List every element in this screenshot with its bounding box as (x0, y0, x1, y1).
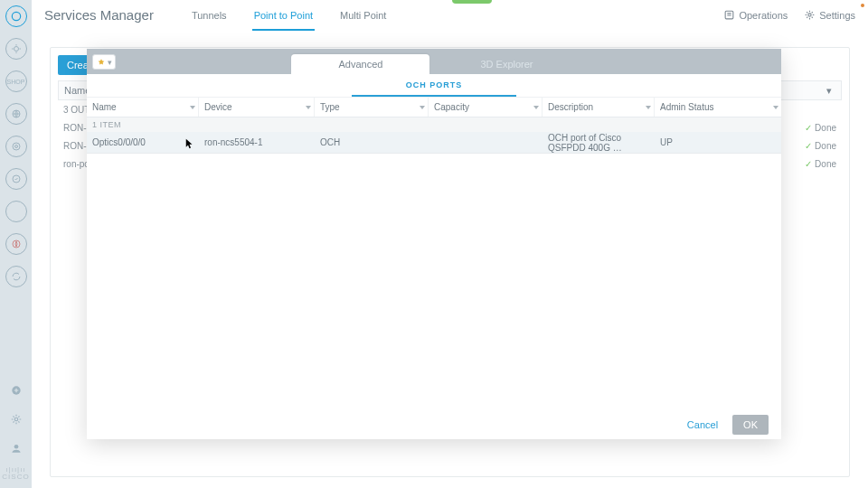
rail-icon-check[interactable] (5, 168, 27, 190)
cell-capacity (429, 132, 542, 153)
app-header: Services Manager Tunnels Point to Point … (32, 0, 868, 31)
grid-header: Name Device Type Capacity Description Ad… (87, 98, 781, 117)
dialog-footer: Cancel OK (87, 408, 781, 439)
svg-point-0 (12, 12, 20, 20)
cell-admin: UP (655, 132, 781, 153)
rail-icon-home[interactable] (5, 5, 27, 27)
svg-point-3 (13, 143, 20, 150)
cell-type: OCH (315, 132, 429, 153)
rail-icon-topology[interactable] (5, 38, 27, 60)
sort-icon (773, 106, 778, 109)
cursor-icon (185, 138, 193, 151)
svg-point-11 (808, 14, 811, 16)
sort-icon (533, 106, 539, 109)
header-tabs: Tunnels Point to Point Multi Point (190, 1, 389, 30)
sort-icon (306, 106, 311, 109)
cell-device: ron-ncs5504-1 (199, 132, 315, 153)
dialog-tab-3d-explorer[interactable]: 3D Explorer (433, 54, 580, 74)
ok-button[interactable]: OK (732, 415, 769, 435)
port-picker-dialog: ▾ Advanced 3D Explorer OCH PORTS Name De… (87, 49, 781, 439)
dialog-tab-bar: ▾ Advanced 3D Explorer (87, 49, 781, 74)
rail-icon-compass[interactable] (5, 233, 27, 255)
col-header-name[interactable]: Name (87, 98, 199, 117)
svg-point-4 (14, 145, 17, 148)
svg-point-8 (14, 418, 18, 421)
subtab-och-ports[interactable]: OCH PORTS (352, 80, 517, 97)
dialog-tab-advanced[interactable]: Advanced (291, 54, 429, 74)
svg-point-9 (14, 445, 18, 449)
rail-icon-gear[interactable] (5, 408, 27, 430)
sort-icon (190, 106, 195, 109)
operations-label: Operations (739, 10, 788, 21)
col-header-description[interactable]: Description (542, 98, 655, 117)
chevron-down-icon: ▾ (108, 58, 112, 67)
cancel-button[interactable]: Cancel (682, 416, 723, 434)
operations-link[interactable]: Operations (723, 9, 788, 21)
favorites-chip[interactable]: ▾ (92, 54, 116, 70)
sort-icon (420, 106, 425, 109)
sort-icon (646, 106, 651, 109)
settings-label: Settings (819, 10, 855, 21)
rail-icon-blank[interactable] (5, 201, 27, 222)
tab-point-to-point[interactable]: Point to Point (252, 1, 315, 31)
col-header-type[interactable]: Type (315, 98, 429, 117)
rail-icon-globe[interactable] (5, 103, 27, 125)
rail-icon-add[interactable] (5, 380, 27, 401)
col-header-device[interactable]: Device (199, 98, 315, 117)
rail-icon-user[interactable] (5, 437, 27, 459)
dialog-subtabs: OCH PORTS (87, 74, 781, 98)
tab-multi-point[interactable]: Multi Point (338, 1, 388, 30)
cell-name: Optics0/0/0/0 (87, 132, 199, 153)
rail-icon-sync[interactable] (5, 266, 27, 287)
gear-icon (804, 9, 816, 21)
operations-icon (723, 9, 735, 21)
cisco-logo: ı|ıı|ııCISCO (2, 466, 29, 481)
rail-icon-shop[interactable]: SHOP (5, 70, 27, 92)
settings-link[interactable]: Settings (804, 9, 855, 21)
cell-description: OCH port of Cisco QSFPDD 400G … (542, 132, 655, 153)
app-title: Services Manager (44, 7, 154, 23)
rail-icon-target[interactable] (5, 136, 27, 157)
col-header-admin[interactable]: Admin Status (655, 98, 781, 117)
left-nav-rail: SHOP ı|ıı|ııCISCO (0, 0, 32, 488)
row-count: 1 ITEM (87, 117, 781, 132)
tab-tunnels[interactable]: Tunnels (190, 1, 229, 30)
svg-point-1 (14, 47, 18, 52)
table-row[interactable]: Optics0/0/0/0 ron-ncs5504-1 OCH OCH port… (87, 132, 781, 154)
col-header-capacity[interactable]: Capacity (429, 98, 542, 117)
